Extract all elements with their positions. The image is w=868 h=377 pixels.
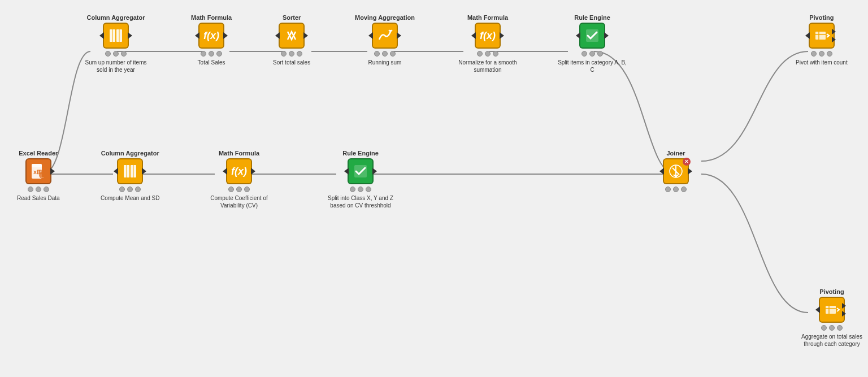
port3 [837, 325, 843, 331]
node-pivoting-bot[interactable]: Pivoting Aggregate on total sales throug… [796, 288, 868, 348]
col-agg-bot-icon[interactable] [117, 158, 143, 184]
rule-engine-top-label-top: Rule Engine [574, 14, 610, 21]
moving-agg-output [397, 32, 401, 39]
node-rule-engine-bot[interactable]: Rule Engine Split into Class X, Y and Z … [324, 150, 397, 209]
node-pivoting-top[interactable]: Pivoting Pivot with item count [796, 14, 848, 66]
math-formula-top1-icon[interactable]: f(x) [198, 23, 224, 49]
math2-output [500, 32, 504, 39]
node-math-formula-bot[interactable]: Math Formula f(x) Compute Coefficient of… [202, 150, 276, 209]
port2 [673, 187, 679, 192]
port1 [350, 187, 355, 192]
port2 [819, 51, 824, 57]
moving-agg-input [368, 32, 373, 39]
port2 [113, 51, 119, 57]
port2 [36, 187, 41, 192]
col-agg-bot-label-bottom: Compute Mean and SD [101, 194, 160, 202]
node-moving-agg[interactable]: Moving Aggregation Running sum [355, 14, 415, 66]
node-math-formula-top2[interactable]: Math Formula f(x) Normalize for a smooth… [451, 14, 524, 73]
svg-rect-1 [32, 164, 42, 167]
excel-reader-label-top: Excel Reader [19, 150, 58, 157]
math-formula-bot-label-bottom: Compute Coefficient of Variability (CV) [202, 194, 276, 209]
sorter-output [303, 32, 308, 39]
port3 [366, 187, 371, 192]
math-formula-bot-icon[interactable]: f(x) [226, 158, 252, 184]
node-excel-reader[interactable]: Excel Reader x⊞ ... Read Sales Data [17, 150, 60, 202]
moving-agg-icon[interactable] [372, 23, 398, 49]
port3 [216, 51, 222, 57]
port2 [289, 51, 294, 57]
joiner-input [659, 168, 664, 175]
port3 [244, 187, 250, 192]
math-bot-input [223, 168, 227, 175]
port3 [493, 51, 498, 57]
port1 [811, 51, 817, 57]
col-agg-top-icon[interactable] [103, 23, 129, 49]
pivoting-top-input [805, 32, 810, 39]
moving-agg-label-bottom: Running sum [368, 59, 402, 66]
col-agg-top-label-bottom: Sum up number of items sold in the year [79, 59, 153, 73]
sorter-label-top: Sorter [283, 14, 301, 21]
port2 [358, 187, 363, 192]
node-math-formula-top1[interactable]: Math Formula f(x) Total Sales [191, 14, 232, 66]
math-formula-top2-ports [477, 51, 498, 57]
math-formula-top1-label-bottom: Total Sales [198, 59, 225, 66]
col-agg-top-label-top: Column Aggregator [87, 14, 145, 21]
rule-engine-bot-icon[interactable] [348, 158, 374, 184]
col-agg-bot-output [142, 168, 146, 175]
col-agg-bot-ports [119, 187, 141, 192]
math-formula-bot-ports [228, 187, 250, 192]
port1 [665, 187, 671, 192]
excel-reader-label-bottom: Read Sales Data [17, 194, 60, 202]
port2 [382, 51, 388, 57]
port2 [829, 325, 835, 331]
math-bot-output [251, 168, 255, 175]
excel-reader-icon[interactable]: x⊞ ... [25, 158, 51, 184]
node-sorter[interactable]: Sorter Sort total sales [273, 14, 310, 66]
port3 [297, 51, 302, 57]
col-agg-bot-label-top: Column Aggregator [101, 150, 159, 157]
pivoting-bot-label-bottom: Aggregate on total sales through each ca… [796, 333, 868, 348]
col-agg-top-ports [105, 51, 127, 57]
port3 [597, 51, 603, 57]
rule-engine-top-icon[interactable] [579, 23, 605, 49]
port1 [581, 51, 587, 57]
port3 [681, 187, 687, 192]
rule-engine-bot-output [372, 168, 377, 175]
joiner-icon[interactable]: ✕ [663, 158, 689, 184]
excel-reader-ports [28, 187, 49, 192]
pivoting-top-icon[interactable] [809, 23, 835, 49]
port1 [228, 187, 234, 192]
node-col-agg-top[interactable]: Column Aggregator Sum up number of items… [79, 14, 153, 73]
col-agg-top-input-arrow [99, 32, 104, 39]
port2 [127, 187, 133, 192]
moving-agg-ports [374, 51, 396, 57]
col-agg-top-output-arrow [128, 32, 132, 39]
col-agg-bot-input [114, 168, 118, 175]
joiner-error-badge: ✕ [683, 158, 691, 166]
node-rule-engine-top[interactable]: Rule Engine Split items in category A, B… [555, 14, 629, 73]
node-joiner[interactable]: Joiner ✕ [663, 150, 689, 192]
port1 [477, 51, 483, 57]
port1 [821, 325, 827, 331]
node-col-agg-bot[interactable]: Column Aggregator Compute Mean and SD [101, 150, 160, 202]
pivoting-top-label-top: Pivoting [809, 14, 834, 21]
math-formula-top1-label-top: Math Formula [191, 14, 232, 21]
moving-agg-label-top: Moving Aggregation [355, 14, 415, 21]
math2-input [471, 32, 476, 39]
port2 [209, 51, 214, 57]
sorter-icon[interactable] [279, 23, 305, 49]
port3 [135, 187, 141, 192]
pivoting-bot-icon[interactable] [819, 297, 845, 323]
math-formula-top2-label-top: Math Formula [467, 14, 508, 21]
port1 [201, 51, 206, 57]
sorter-ports [281, 51, 302, 57]
math-formula-top2-icon[interactable]: f(x) [475, 23, 501, 49]
pivoting-top-ports [811, 51, 832, 57]
sorter-input [275, 32, 280, 39]
rule-engine-top-input [576, 32, 580, 39]
rule-engine-top-output [604, 32, 609, 39]
port3 [827, 51, 832, 57]
port3 [44, 187, 49, 192]
pivoting-bot-ports [821, 325, 843, 331]
math1-input [195, 32, 199, 39]
